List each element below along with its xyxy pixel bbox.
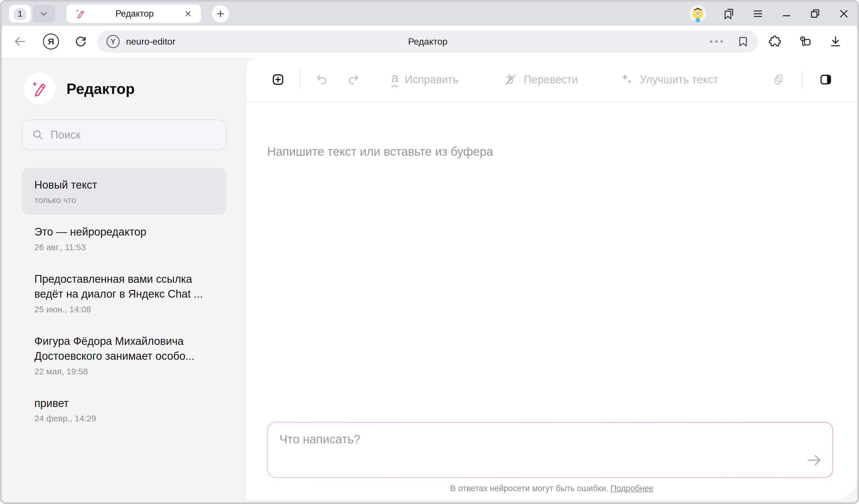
- redo-icon: [347, 73, 360, 86]
- disclaimer-text: В ответах нейросети могут быть ошибки.: [450, 484, 608, 493]
- prompt-box: [267, 422, 833, 478]
- prompt-inner: [268, 423, 832, 477]
- magic-pencil-icon: [75, 9, 85, 19]
- document-item[interactable]: Фигура Фёдора Михайловича Достоевского з…: [22, 324, 226, 386]
- more-actions-button[interactable]: •••: [710, 37, 726, 46]
- double-bookmark-icon: [723, 7, 735, 20]
- close-window-button[interactable]: [838, 8, 850, 20]
- ai-disclaimer: В ответах нейросети могут быть ошибки. П…: [246, 478, 857, 500]
- document-title: привет: [34, 396, 214, 411]
- tab-title: Редактор: [85, 9, 184, 19]
- magic-pencil-icon: [31, 80, 48, 97]
- document-title: Новый текст: [34, 178, 214, 192]
- document-list: Новый текст только что Это — нейроредакт…: [22, 168, 226, 433]
- key-wallet-icon: [798, 35, 812, 48]
- tab-editor[interactable]: Редактор: [66, 4, 201, 23]
- search-box[interactable]: [22, 120, 226, 150]
- document-item[interactable]: Это — нейроредактор 26 авг., 11:53: [22, 215, 226, 262]
- new-document-button[interactable]: [271, 73, 285, 87]
- improve-label: Улучшить текст: [640, 74, 719, 86]
- sparkles-icon: [620, 73, 634, 87]
- reload-icon: [74, 35, 88, 48]
- documents-sidebar: Редактор Новый текст только что Это — не…: [2, 57, 246, 502]
- extensions-button[interactable]: [768, 35, 782, 48]
- back-arrow-icon: [13, 35, 27, 48]
- page-content: Редактор Новый текст только что Это — не…: [2, 57, 857, 502]
- minimize-icon: [781, 8, 793, 20]
- panel-layout-icon: [819, 73, 833, 87]
- redo-button[interactable]: [347, 73, 360, 86]
- app-title: Редактор: [66, 80, 135, 97]
- plus-square-icon: [271, 73, 285, 87]
- improve-text-button[interactable]: Улучшить текст: [620, 73, 719, 87]
- app-logo-row: Редактор: [24, 73, 226, 105]
- bookmark-icon[interactable]: [737, 35, 749, 47]
- document-item[interactable]: привет 24 февр., 14:29: [22, 386, 226, 433]
- tab-close-icon[interactable]: [184, 10, 192, 18]
- tab-group-button[interactable]: 1: [9, 5, 31, 22]
- arrow-right-icon: [806, 452, 823, 469]
- tab-bar: 1 Редактор: [2, 2, 857, 26]
- restore-window-button[interactable]: [809, 8, 821, 20]
- bookmarks-panel-button[interactable]: [723, 7, 735, 20]
- document-timestamp: 25 июн., 14:08: [34, 305, 214, 314]
- profile-avatar[interactable]: [690, 5, 706, 22]
- yandex-home-button[interactable]: Я: [43, 33, 59, 49]
- fix-text-button[interactable]: а Исправить: [391, 72, 458, 88]
- reload-button[interactable]: [74, 35, 88, 48]
- site-letter: Y: [110, 37, 116, 46]
- avatar-illustration: [690, 5, 706, 22]
- document-editor[interactable]: Напишите текст или вставьте из буфера: [246, 103, 857, 422]
- minimize-button[interactable]: [781, 8, 793, 20]
- tab-list-dropdown-button[interactable]: [33, 5, 55, 22]
- learn-more-link[interactable]: Подробнее: [611, 484, 653, 493]
- search-icon: [31, 128, 44, 141]
- puzzle-icon: [768, 35, 782, 48]
- yandex-letter: Я: [48, 37, 54, 46]
- copy-icon: [772, 73, 785, 86]
- document-item-new-text[interactable]: Новый текст только что: [22, 168, 226, 215]
- translate-label: Перевести: [524, 74, 578, 86]
- page-title: Редактор: [408, 36, 448, 47]
- address-bar[interactable]: Y neuro-editor Редактор •••: [97, 30, 758, 53]
- translate-button[interactable]: Перевести: [504, 73, 578, 87]
- tab-count-badge: 1: [14, 7, 26, 20]
- passwords-button[interactable]: [798, 35, 812, 48]
- back-button[interactable]: [13, 35, 27, 48]
- editor-placeholder: Напишите текст или вставьте из буфера: [267, 145, 837, 158]
- browser-window: 1 Редактор: [0, 0, 859, 504]
- document-title: Предоставленная вами ссылка ведёт на диа…: [34, 272, 214, 302]
- fix-label: Исправить: [405, 74, 458, 86]
- nav-right-icons: [768, 35, 842, 48]
- toolbar-divider: [300, 71, 300, 89]
- undo-icon: [315, 73, 328, 86]
- restore-icon: [809, 8, 821, 20]
- translate-icon: [504, 73, 517, 87]
- downloads-button[interactable]: [829, 35, 842, 48]
- spellcheck-icon: а: [391, 72, 398, 88]
- close-icon: [838, 8, 850, 20]
- address-bar-actions: •••: [710, 35, 749, 47]
- toolbar-divider: [802, 71, 802, 89]
- editor-toolbar: а Исправить Перевести: [246, 57, 857, 103]
- copy-button[interactable]: [772, 73, 785, 86]
- prompt-input[interactable]: [268, 423, 832, 477]
- tabbar-right-controls: [690, 5, 850, 22]
- send-button[interactable]: [806, 452, 823, 470]
- chevron-down-icon: [39, 9, 49, 19]
- document-timestamp: 26 авг., 11:53: [34, 242, 214, 252]
- document-timestamp: только что: [34, 195, 214, 205]
- document-timestamp: 22 мая, 19:58: [34, 367, 214, 376]
- document-item[interactable]: Предоставленная вами ссылка ведёт на диа…: [22, 262, 226, 324]
- editor-panel: а Исправить Перевести: [246, 57, 857, 500]
- new-tab-button[interactable]: [212, 5, 229, 22]
- app-logo: [24, 73, 56, 105]
- undo-button[interactable]: [315, 73, 328, 86]
- browser-menu-button[interactable]: [752, 8, 764, 20]
- toggle-sidebar-button[interactable]: [819, 73, 833, 87]
- download-icon: [829, 35, 842, 48]
- hamburger-menu-icon: [752, 8, 764, 20]
- search-input[interactable]: [50, 129, 217, 141]
- plus-icon: [215, 9, 226, 19]
- document-title: Фигура Фёдора Михайловича Достоевского з…: [34, 334, 214, 364]
